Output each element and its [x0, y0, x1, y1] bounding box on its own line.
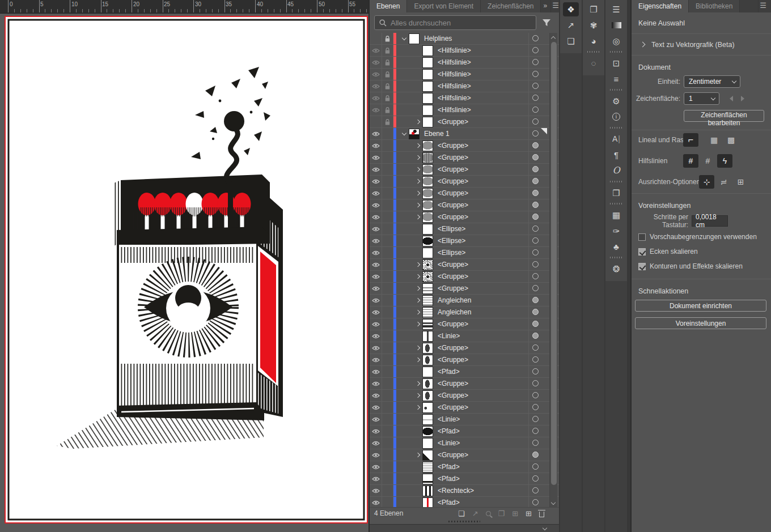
visibility-toggle[interactable] [370, 140, 382, 151]
target-circle[interactable] [532, 475, 539, 482]
visibility-toggle[interactable] [370, 92, 382, 104]
layer-label[interactable]: <Pfad> [438, 463, 460, 471]
visibility-toggle[interactable] [370, 235, 382, 246]
layer-label[interactable]: <Pfad> [438, 427, 460, 435]
filter-icon[interactable] [542, 19, 551, 27]
target-circle[interactable] [532, 297, 539, 303]
layer-thumbnail[interactable] [422, 295, 433, 306]
target-circle[interactable] [532, 321, 539, 327]
layer-thumbnail[interactable] [409, 33, 420, 44]
visibility-toggle[interactable] [370, 116, 382, 127]
layer-row[interactable]: <Linie> [370, 330, 559, 342]
layer-thumbnail[interactable] [422, 188, 433, 199]
visibility-toggle[interactable] [370, 164, 382, 175]
quick-action-button[interactable]: Voreinstellungen [635, 317, 766, 329]
lock-toggle[interactable] [382, 104, 393, 116]
layer-thumbnail[interactable] [422, 390, 433, 401]
layer-label[interactable]: <Gruppe> [438, 189, 468, 197]
color-guide-panel-icon[interactable]: ◕ [583, 33, 604, 49]
layer-label[interactable]: <Gruppe> [438, 261, 468, 269]
lock-toggle[interactable] [382, 223, 393, 235]
section-drag-handle[interactable] [605, 125, 627, 131]
layer-row[interactable]: <Hilfslinie> [370, 104, 559, 116]
target-circle[interactable] [532, 107, 539, 113]
layer-thumbnail[interactable] [422, 367, 433, 377]
layer-row[interactable]: <Gruppe> [370, 449, 559, 461]
lock-toggle[interactable] [382, 116, 393, 127]
layer-label[interactable]: <Gruppe> [438, 356, 468, 364]
expand-chevron[interactable] [413, 120, 422, 124]
opentype-panel-icon[interactable]: O [605, 163, 627, 178]
symbols-panel-icon[interactable]: ♣ [605, 239, 627, 254]
transparency-grid-icon[interactable]: ▩ [723, 133, 739, 147]
clipping-mask-icon[interactable]: ❐ [498, 510, 505, 517]
expand-chevron[interactable] [413, 310, 422, 314]
lock-toggle[interactable] [382, 449, 393, 461]
visibility-toggle[interactable] [370, 307, 382, 318]
checkbox[interactable] [638, 263, 646, 270]
layer-row[interactable]: <Gruppe> [370, 354, 559, 366]
layer-row[interactable]: <Gruppe> [370, 176, 559, 188]
layer-label[interactable]: <Gruppe> [438, 213, 468, 221]
visibility-toggle[interactable] [370, 473, 382, 484]
layer-row[interactable]: <Linie> [370, 437, 559, 449]
panel-tab[interactable]: Zeichenflächen [481, 0, 541, 12]
layer-row[interactable]: <Ellipse> [370, 247, 559, 259]
layer-thumbnail[interactable] [422, 497, 433, 508]
expand-chevron[interactable] [413, 144, 422, 147]
css-properties-panel-icon[interactable]: ▦ [605, 207, 627, 223]
target-circle[interactable] [532, 404, 539, 410]
expand-chevron[interactable] [413, 287, 422, 290]
section-drag-handle[interactable] [605, 178, 627, 185]
layer-label[interactable]: <Hilfslinie> [438, 46, 471, 54]
visibility-toggle[interactable] [370, 497, 382, 507]
scroll-up-icon[interactable] [552, 35, 556, 40]
layer-thumbnail[interactable] [422, 426, 433, 437]
scrollbar-thumb[interactable] [551, 42, 557, 485]
expand-chevron[interactable] [413, 168, 422, 171]
lock-toggle[interactable] [382, 461, 393, 473]
visibility-toggle[interactable] [370, 128, 382, 139]
layers-search-input[interactable]: Alles durchsuchen [374, 15, 536, 30]
lock-toggle[interactable] [382, 259, 393, 270]
lock-toggle[interactable] [382, 485, 393, 496]
target-circle[interactable] [532, 285, 539, 291]
visibility-toggle[interactable] [370, 402, 382, 413]
layer-label[interactable]: <Gruppe> [438, 165, 468, 173]
layer-thumbnail[interactable] [422, 69, 433, 80]
lock-toggle[interactable] [382, 45, 393, 56]
target-circle[interactable] [532, 47, 539, 53]
layer-label[interactable]: <Hilfslinie> [438, 82, 471, 90]
layer-thumbnail[interactable] [422, 176, 433, 187]
visibility-toggle[interactable] [370, 247, 382, 258]
appearance-panel-icon[interactable]: ⚙ [605, 93, 627, 109]
info-panel-icon[interactable]: i [605, 109, 627, 125]
visibility-toggle[interactable] [370, 414, 382, 425]
layer-thumbnail[interactable] [422, 271, 433, 282]
layer-label[interactable]: Helplines [424, 35, 452, 42]
lock-toggle[interactable] [382, 390, 393, 401]
brushes-panel-icon[interactable]: ✑ [605, 223, 627, 239]
lock-toggle[interactable] [382, 199, 393, 211]
asset-export-panel-icon[interactable]: ❐ [583, 1, 604, 17]
layer-row[interactable]: <Hilfslinie> [370, 92, 559, 104]
actions-panel-icon[interactable]: ❂ [605, 261, 627, 276]
expand-chevron[interactable] [413, 215, 422, 219]
section-drag-handle[interactable] [605, 87, 627, 93]
lock-toggle[interactable] [382, 425, 393, 437]
edit-artboards-button[interactable]: Zeichenflächen bearbeiten [684, 110, 764, 122]
layer-thumbnail[interactable] [422, 152, 433, 163]
panel-resize-handle[interactable] [370, 519, 559, 524]
layer-row[interactable]: <Ellipse> [370, 235, 559, 247]
visibility-toggle[interactable] [370, 390, 382, 401]
target-circle[interactable] [532, 130, 539, 137]
canvas-area[interactable]: 0510152025303540455055 [0, 0, 368, 532]
lock-toggle[interactable] [382, 164, 393, 175]
send-to-edit-icon[interactable]: ↗ [472, 510, 478, 517]
expand-chevron[interactable] [413, 156, 422, 159]
target-circle[interactable] [532, 83, 539, 89]
color-panel-icon[interactable]: ✾ [583, 17, 604, 33]
layer-label[interactable]: <Ellipse> [438, 225, 465, 233]
lock-toggle[interactable] [382, 330, 393, 342]
target-circle[interactable] [532, 237, 539, 244]
